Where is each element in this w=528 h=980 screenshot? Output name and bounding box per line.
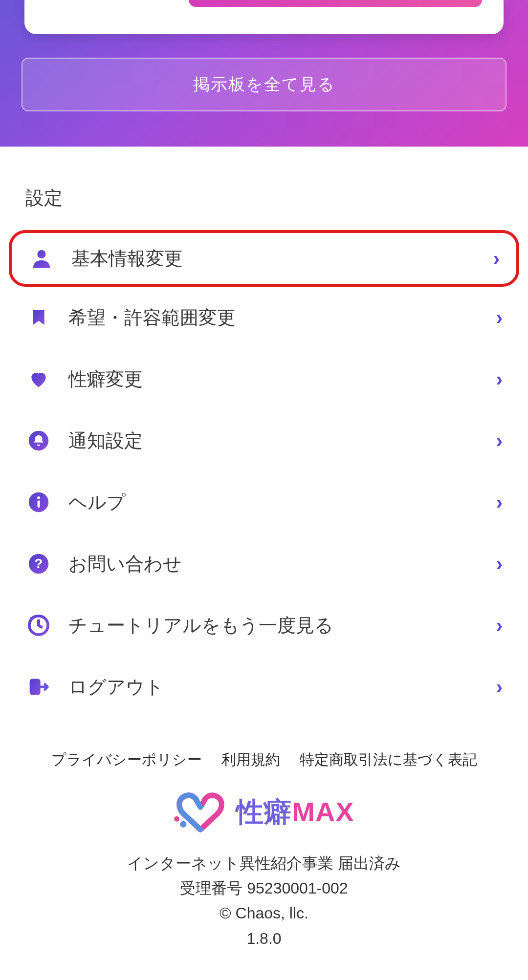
- settings-item-label: 性癖変更: [68, 367, 496, 392]
- settings-item-bell[interactable]: 通知設定›: [0, 410, 528, 471]
- question-icon: ?: [25, 551, 52, 577]
- hero-section: 掲示板を全て見る: [0, 0, 528, 147]
- svg-rect-3: [38, 500, 40, 508]
- settings-item-question[interactable]: ?お問い合わせ›: [0, 533, 528, 595]
- footer-copyright: © Chaos, llc.: [10, 901, 518, 926]
- info-icon: [25, 489, 52, 515]
- see-all-boards-label: 掲示板を全て見る: [193, 73, 335, 96]
- card-action-button[interactable]: [189, 0, 482, 7]
- settings-item-clock[interactable]: チュートリアルをもう一度見る›: [0, 595, 528, 656]
- settings-section: 設定 基本情報変更›希望・許容範囲変更›性癖変更›通知設定›ヘルプ›?お問い合わ…: [0, 147, 528, 718]
- settings-list: 基本情報変更›希望・許容範囲変更›性癖変更›通知設定›ヘルプ›?お問い合わせ›チ…: [0, 230, 528, 718]
- heart-icon: [25, 366, 52, 392]
- settings-item-info[interactable]: ヘルプ›: [0, 471, 528, 533]
- settings-item-label: ログアウト: [68, 675, 496, 700]
- settings-item-label: 通知設定: [68, 428, 496, 453]
- svg-point-4: [37, 496, 40, 499]
- settings-item-label: 希望・許容範囲変更: [68, 305, 496, 330]
- chevron-right-icon: ›: [496, 430, 503, 452]
- settings-item-person[interactable]: 基本情報変更›: [9, 230, 519, 287]
- settings-item-label: ヘルプ: [68, 490, 496, 515]
- svg-text:?: ?: [35, 556, 43, 571]
- chevron-right-icon: ›: [496, 491, 503, 513]
- see-all-boards-button[interactable]: 掲示板を全て見る: [22, 58, 506, 111]
- settings-item-label: お問い合わせ: [68, 552, 496, 576]
- footer-notice: インターネット異性紹介事業 届出済み: [10, 851, 518, 876]
- brand-name: 性癖MAX: [236, 794, 354, 831]
- svg-rect-8: [30, 679, 41, 695]
- chevron-right-icon: ›: [493, 248, 500, 270]
- chevron-right-icon: ›: [496, 307, 503, 329]
- brand-logo: 性癖MAX: [10, 790, 518, 834]
- svg-point-10: [174, 816, 179, 822]
- settings-item-heart[interactable]: 性癖変更›: [0, 348, 528, 410]
- footer-link[interactable]: プライバシーポリシー: [51, 750, 202, 770]
- chevron-right-icon: ›: [496, 615, 503, 637]
- person-icon: [28, 245, 55, 272]
- board-card: [24, 0, 504, 34]
- bell-icon: [25, 427, 52, 454]
- footer-version: 1.8.0: [10, 926, 518, 951]
- clock-icon: [25, 612, 52, 639]
- footer-receipt: 受理番号 95230001-002: [10, 876, 518, 901]
- svg-point-0: [37, 250, 45, 258]
- settings-item-label: 基本情報変更: [71, 246, 493, 271]
- chevron-right-icon: ›: [496, 676, 503, 698]
- chevron-right-icon: ›: [496, 368, 503, 390]
- logout-icon: [25, 674, 52, 700]
- settings-item-logout[interactable]: ログアウト›: [0, 656, 528, 718]
- footer-links: プライバシーポリシー利用規約特定商取引法に基づく表記: [10, 750, 518, 770]
- footer-link[interactable]: 利用規約: [221, 750, 280, 770]
- svg-point-9: [180, 821, 186, 828]
- chevron-right-icon: ›: [496, 553, 503, 575]
- settings-item-label: チュートリアルをもう一度見る: [68, 613, 496, 638]
- settings-item-bookmark[interactable]: 希望・許容範囲変更›: [0, 287, 528, 348]
- bookmark-icon: [25, 304, 52, 331]
- heart-logo-icon: [174, 790, 227, 834]
- footer-link[interactable]: 特定商取引法に基づく表記: [300, 750, 477, 770]
- settings-title: 設定: [0, 186, 528, 230]
- footer: プライバシーポリシー利用規約特定商取引法に基づく表記 性癖MAX インターネット…: [0, 718, 528, 980]
